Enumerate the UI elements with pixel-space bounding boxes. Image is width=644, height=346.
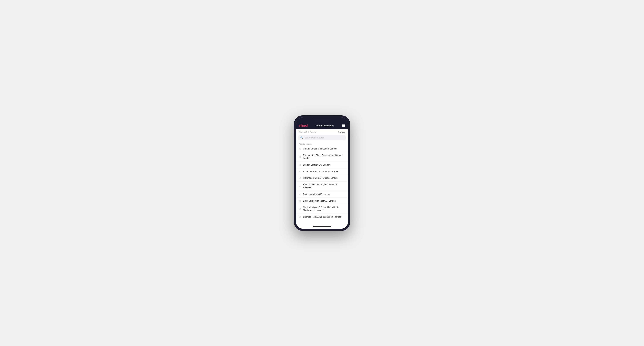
search-container: 🔍 <box>296 135 348 142</box>
search-input[interactable] <box>304 136 344 139</box>
nearby-section: Nearby courses ⊙ Central London Golf Cen… <box>296 142 348 220</box>
pin-icon: ⊙ <box>299 185 301 187</box>
nav-title: Recent Searches <box>316 124 334 127</box>
find-header: Find a Golf Course Cancel <box>296 129 348 135</box>
pin-icon: ⊙ <box>299 193 301 196</box>
list-item[interactable]: ⊙ London Scottish GC, London <box>296 162 348 168</box>
pin-icon: ⊙ <box>299 147 301 150</box>
course-name: North Middlesex GC (1011942 - North Midd… <box>303 206 345 212</box>
course-name: Dukes Meadows GC, London <box>303 193 330 196</box>
list-item[interactable]: ⊙ Roehampton Club - Roehampton, Greater … <box>296 152 348 162</box>
course-name: Royal Wimbledon GC, Great London Authori… <box>303 183 345 189</box>
course-name: Richmond Park GC - Duke's, London <box>303 176 338 179</box>
course-name: Coombe Hill GC, Kingston upon Thames <box>303 216 341 218</box>
status-bar <box>296 118 348 122</box>
course-name: London Scottish GC, London <box>303 164 330 167</box>
app-logo: clippd <box>299 124 308 128</box>
list-item[interactable]: ⊙ Royal Wimbledon GC, Great London Autho… <box>296 181 348 191</box>
pin-icon: ⊙ <box>299 200 301 202</box>
nearby-label: Nearby courses <box>296 142 348 146</box>
list-item[interactable]: ⊙ North Middlesex GC (1011942 - North Mi… <box>296 204 348 214</box>
course-name: Richmond Park GC - Prince's, Surrey <box>303 170 338 173</box>
home-bar <box>313 226 331 227</box>
pin-icon: ⊙ <box>299 216 301 218</box>
pin-icon: ⊙ <box>299 208 301 210</box>
list-item[interactable]: ⊙ Richmond Park GC - Duke's, London <box>296 175 348 181</box>
list-item[interactable]: ⊙ Brent Valley Municipal GC, London <box>296 198 348 204</box>
search-icon: 🔍 <box>300 136 303 139</box>
menu-line-1 <box>342 125 345 125</box>
cancel-button[interactable]: Cancel <box>338 131 345 134</box>
list-item[interactable]: ⊙ Dukes Meadows GC, London <box>296 191 348 198</box>
course-name: Roehampton Club - Roehampton, Greater Lo… <box>303 154 345 160</box>
phone-frame: clippd Recent Searches Find a Golf Cours… <box>294 115 350 231</box>
course-list: ⊙ Central London Golf Centre, London ⊙ R… <box>296 146 348 220</box>
find-label: Find a Golf Course <box>299 131 316 133</box>
search-box: 🔍 <box>298 135 346 140</box>
main-content: Find a Golf Course Cancel 🔍 Nearby cours… <box>296 129 348 225</box>
menu-line-2 <box>342 125 345 126</box>
notch <box>313 118 331 122</box>
course-name: Brent Valley Municipal GC, London <box>303 199 336 202</box>
phone-screen: clippd Recent Searches Find a Golf Cours… <box>296 118 348 229</box>
menu-line-3 <box>342 126 345 127</box>
home-indicator <box>296 225 348 229</box>
course-name: Central London Golf Centre, London <box>303 147 337 150</box>
list-item[interactable]: ⊙ Coombe Hill GC, Kingston upon Thames <box>296 214 348 220</box>
list-item[interactable]: ⊙ Central London Golf Centre, London <box>296 146 348 152</box>
top-nav: clippd Recent Searches <box>296 122 348 129</box>
pin-icon: ⊙ <box>299 156 301 158</box>
pin-icon: ⊙ <box>299 170 301 173</box>
menu-icon[interactable] <box>342 125 345 127</box>
pin-icon: ⊙ <box>299 164 301 166</box>
list-item[interactable]: ⊙ Richmond Park GC - Prince's, Surrey <box>296 168 348 175</box>
pin-icon: ⊙ <box>299 177 301 179</box>
